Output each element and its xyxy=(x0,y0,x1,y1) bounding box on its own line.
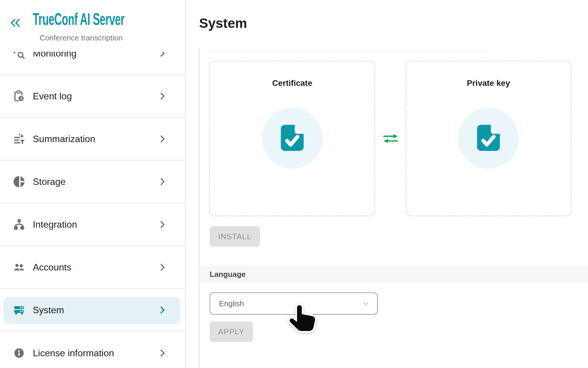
sidebar-item-monitoring[interactable]: Monitoring xyxy=(0,52,185,75)
language-section-header: Language xyxy=(199,266,588,283)
chevron-right-icon xyxy=(159,135,166,143)
chevron-right-icon xyxy=(159,263,166,271)
summarization-icon xyxy=(13,133,25,145)
sidebar-item-summarization[interactable]: Summarization xyxy=(0,118,185,161)
install-button[interactable]: INSTALL xyxy=(210,226,260,247)
section-divider xyxy=(209,51,488,52)
language-select-value: English xyxy=(219,299,244,308)
sidebar-item-label: System xyxy=(33,305,64,316)
integration-icon xyxy=(13,218,25,231)
sidebar-item-label: License information xyxy=(33,348,114,359)
document-check-icon xyxy=(281,125,304,152)
sidebar-item-storage[interactable]: Storage xyxy=(0,161,185,203)
chevron-right-icon xyxy=(159,306,166,314)
storage-icon xyxy=(13,176,25,188)
sidebar-item-event-log[interactable]: Event log xyxy=(0,75,185,118)
private-key-dropzone[interactable]: Private key xyxy=(406,61,571,216)
sidebar-item-system[interactable]: System xyxy=(0,289,185,332)
sidebar-item-label: Accounts xyxy=(33,262,71,273)
sidebar-item-label: Storage xyxy=(33,176,66,187)
sidebar-item-label: Summarization xyxy=(33,134,95,144)
page-title: System xyxy=(199,15,247,31)
sidebar: Monitoring Event lo xyxy=(0,0,186,368)
language-select[interactable]: English xyxy=(210,292,378,315)
app-logo: TrueConf AI Server xyxy=(33,9,124,29)
event-log-icon xyxy=(13,90,25,102)
sidebar-nav: Monitoring Event lo xyxy=(0,52,185,368)
sidebar-item-label: Integration xyxy=(33,219,77,230)
system-icon xyxy=(13,304,25,316)
certificate-dropzone[interactable]: Certificate xyxy=(209,61,375,216)
sidebar-item-license-information[interactable]: License information xyxy=(0,332,185,368)
sidebar-item-label: Event log xyxy=(33,91,72,102)
app-root: Monitoring Event lo xyxy=(0,0,588,368)
chevron-right-icon xyxy=(159,52,166,57)
certificate-icon-circle xyxy=(262,108,323,169)
content-left-border xyxy=(199,47,199,368)
language-label: Language xyxy=(210,270,246,279)
collapse-sidebar-button[interactable] xyxy=(9,18,22,28)
sidebar-item-label: Monitoring xyxy=(33,52,76,59)
document-check-icon xyxy=(477,125,500,152)
chevron-right-icon xyxy=(159,221,166,228)
chevron-right-icon xyxy=(159,349,166,357)
sidebar-item-integration[interactable]: Integration xyxy=(0,203,185,246)
chevron-right-icon xyxy=(159,178,166,185)
apply-button[interactable]: APPLY xyxy=(210,321,253,342)
private-key-icon-circle xyxy=(458,108,519,169)
sidebar-item-accounts[interactable]: Accounts xyxy=(0,246,185,289)
app-subtitle: Conference transcription xyxy=(33,33,129,42)
monitoring-icon xyxy=(13,52,25,59)
info-icon xyxy=(13,347,25,359)
sidebar-header: TrueConf AI Server Conference transcript… xyxy=(0,0,185,52)
chevron-down-icon xyxy=(362,300,370,307)
accounts-icon xyxy=(13,261,25,273)
private-key-title: Private key xyxy=(406,79,571,88)
exchange-arrows-icon xyxy=(383,133,398,144)
certificate-title: Certificate xyxy=(210,79,375,88)
chevron-right-icon xyxy=(159,92,166,100)
